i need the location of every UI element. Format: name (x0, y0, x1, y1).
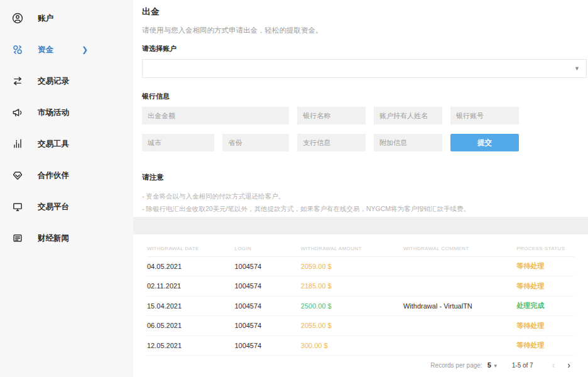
sidebar-item-label: 交易平台 (38, 202, 69, 212)
additional-info-input[interactable] (374, 134, 442, 151)
account-select[interactable]: ▼ (142, 59, 587, 78)
app-root: 账户 资金 ❯ 交易记录 市场活动 交易工具 (0, 0, 588, 377)
bank-account-number-input[interactable] (450, 107, 519, 124)
chevron-down-icon: ▼ (574, 65, 580, 72)
sidebar-item-label: 交易记录 (38, 76, 69, 87)
col-header-withdrawal-comment: WITHDRAWAL COMMENT (403, 246, 516, 251)
table-row: 04.05.2021 1004574 2059.00 $ 等待处理 (147, 257, 574, 277)
section-divider (133, 217, 588, 234)
sidebar-item-label: 财经新闻 (38, 233, 69, 244)
sidebar-item-funds[interactable]: 资金 ❯ (0, 34, 99, 65)
sidebar-item-trading-tools[interactable]: 交易工具 (0, 128, 99, 160)
page-subtitle: 请使用与您入金相同的方式申请出金，轻松的提取资金。 (142, 26, 587, 35)
col-header-login: LOGIN (234, 246, 300, 251)
cell-login: 1004574 (234, 302, 300, 310)
table-header-row: WITHDRAWAL DATE LOGIN WITHDRAWAL AMOUNT … (147, 241, 574, 257)
trading-platform-icon (11, 200, 24, 213)
sidebar-item-label: 市场活动 (38, 107, 69, 118)
sidebar-item-partners[interactable]: 合作伙伴 (0, 160, 99, 191)
sidebar-item-account[interactable]: 账户 (0, 3, 99, 34)
cell-amount: 2059.00 $ (301, 263, 403, 270)
cell-comment: Withdrawal - VirtualTN (403, 302, 516, 310)
withdrawal-amount-input[interactable] (142, 107, 289, 124)
records-per-page-label: Records per page: (430, 362, 482, 369)
prev-page-button[interactable]: ‹ (548, 360, 559, 370)
cell-date: 04.05.2021 (147, 263, 234, 270)
cell-login: 1004574 (234, 322, 300, 329)
submit-button[interactable]: 提交 (450, 134, 519, 151)
city-input[interactable] (142, 134, 214, 151)
cell-date: 02.11.2021 (147, 282, 234, 290)
status-badge: 处理完成 (516, 301, 574, 310)
sidebar-item-financial-news[interactable]: 财经新闻 (0, 222, 99, 254)
transactions-icon (11, 75, 24, 87)
sidebar-item-label: 交易工具 (38, 139, 69, 150)
table-row: 15.04.2021 1004574 2500.00 $ Withdrawal … (147, 297, 574, 317)
sidebar: 账户 资金 ❯ 交易记录 市场活动 交易工具 (0, 0, 133, 377)
sidebar-item-market-activity[interactable]: 市场活动 (0, 97, 99, 128)
cell-amount: 300.00 $ (301, 342, 403, 349)
sidebar-item-label: 资金 (38, 45, 53, 55)
bank-info-form: 提交 (142, 107, 519, 151)
note-item: - 资金将会以与入金相同的付款方式退还给客户。 (142, 190, 587, 202)
records-per-page-value: 5 (487, 361, 491, 369)
withdrawal-form-section: 出金 请使用与您入金相同的方式申请出金，轻松的提取资金。 请选择账户 ▼ 银行信… (133, 0, 588, 217)
next-page-button[interactable]: › (564, 360, 574, 370)
status-badge: 等待处理 (516, 321, 574, 331)
province-input[interactable] (222, 134, 289, 151)
funds-icon (11, 43, 24, 56)
cell-login: 1004574 (234, 263, 300, 270)
col-header-withdrawal-amount: WITHDRAWAL AMOUNT (301, 246, 403, 251)
financial-news-icon (11, 232, 24, 244)
chevron-down-icon: ▼ (493, 363, 498, 369)
cell-amount: 2055.00 $ (301, 322, 403, 329)
status-badge: 等待处理 (516, 341, 574, 350)
partners-icon (11, 169, 24, 182)
col-header-process-status: PROCESS STATUS (516, 246, 574, 251)
account-holder-name-input[interactable] (374, 107, 442, 124)
cell-date: 06.05.2021 (147, 322, 234, 329)
notes-title: 请注意 (142, 173, 587, 182)
cell-date: 15.04.2021 (147, 302, 234, 310)
table-row: 12.05.2021 1004574 300.00 $ 等待处理 (147, 336, 574, 356)
pagination-bar: Records per page: 5 ▼ 1-5 of 7 ‹ › (147, 356, 574, 377)
col-header-withdrawal-date: WITHDRAWAL DATE (147, 246, 234, 251)
status-badge: 等待处理 (516, 281, 574, 291)
market-activity-icon (11, 106, 24, 119)
cell-date: 12.05.2021 (147, 342, 234, 349)
sidebar-item-label: 合作伙伴 (38, 170, 69, 181)
page-title: 出金 (142, 6, 587, 18)
chevron-right-icon: ❯ (82, 45, 88, 54)
cell-amount: 2185.00 $ (301, 282, 403, 290)
bank-info-label: 银行信息 (142, 92, 587, 101)
cell-login: 1004574 (234, 342, 300, 349)
note-item: - 除银行电汇出金收取20美元/笔以外，其他提款方式，如果客户有在线交易，NYG… (142, 202, 587, 215)
branch-info-input[interactable] (297, 134, 366, 151)
sidebar-item-trading-platform[interactable]: 交易平台 (0, 191, 99, 222)
table-row: 06.05.2021 1004574 2055.00 $ 等待处理 (147, 316, 574, 336)
bank-name-input[interactable] (297, 107, 366, 124)
status-badge: 等待处理 (516, 261, 574, 271)
pagination-range: 1-5 of 7 (512, 362, 533, 369)
records-per-page-select[interactable]: 5 ▼ (487, 361, 498, 369)
trading-tools-icon (11, 138, 24, 150)
sidebar-item-label: 账户 (38, 13, 53, 24)
sidebar-item-transactions[interactable]: 交易记录 (0, 65, 99, 97)
account-select-label: 请选择账户 (142, 44, 587, 53)
table-row: 02.11.2021 1004574 2185.00 $ 等待处理 (147, 276, 574, 297)
account-icon (11, 12, 24, 25)
withdrawal-history-section: WITHDRAWAL DATE LOGIN WITHDRAWAL AMOUNT … (133, 234, 588, 377)
cell-amount: 2500.00 $ (301, 302, 403, 310)
main-content: 出金 请使用与您入金相同的方式申请出金，轻松的提取资金。 请选择账户 ▼ 银行信… (133, 0, 588, 377)
cell-login: 1004574 (234, 282, 300, 290)
